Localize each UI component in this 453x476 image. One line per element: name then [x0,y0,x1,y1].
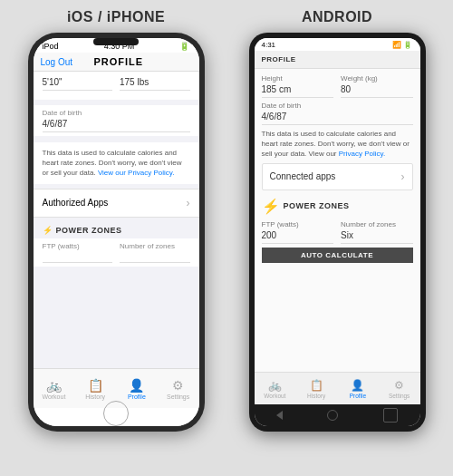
ios-ftp-group: FTP (watts) [43,242,113,263]
ios-profile-icon: 👤 [129,378,144,393]
android-content: Height 185 cm Weight (kg) 80 Date of bir… [255,69,420,372]
android-tab-settings[interactable]: ⚙ Settings [379,379,420,399]
android-workout-label: Workout [264,393,285,399]
android-status-icons: 📶 🔋 [392,41,412,49]
android-chevron-icon: › [401,170,405,183]
ios-hw-row: 5'10" 175 lbs [43,77,190,91]
ios-content: 5'10" 175 lbs Date of birth 4/6/87 [34,72,199,368]
android-connected-apps-item[interactable]: Connected apps › [262,163,413,190]
ios-dob-value: 4/6/87 [43,119,190,132]
ios-home-button[interactable] [103,401,129,426]
ios-privacy-link[interactable]: View our Privacy Policy. [98,169,175,177]
ios-tab-workout[interactable]: 🚲 Workout [34,378,75,400]
android-zones-label: Number of zones [341,220,413,228]
ios-chevron-icon: › [187,197,190,209]
android-tab-history[interactable]: 📋 History [295,379,337,399]
ios-ftp-value[interactable] [43,252,113,263]
android-privacy-section: This data is used to calculate calories … [262,129,413,160]
android-ftp-group: FTP (watts) 200 [262,220,334,244]
android-hw-row: Height 185 cm Weight (kg) 80 [262,74,413,98]
ios-tab-profile[interactable]: 👤 Profile [116,378,158,400]
android-weight-value: 80 [341,84,413,98]
android-weight-group: Weight (kg) 80 [341,74,413,98]
android-zones-group: Number of zones Six [341,220,413,244]
android-phone: 4:31 📶 🔋 PROFILE Height 185 cm [249,33,426,432]
ios-nav-title: PROFILE [93,56,143,67]
android-ftp-value[interactable]: 200 [262,230,334,244]
android-title: ANDROID [302,9,372,25]
ios-power-zones-header: ⚡ POWER ZONES [34,222,199,238]
android-autocalc-button[interactable]: AUTO CALCULATE [262,248,413,263]
android-dob-section: Date of birth 4/6/87 [262,102,413,125]
android-height-label: Height [262,74,334,83]
ios-tab-history[interactable]: 📋 History [74,378,116,400]
android-profile-icon: 👤 [351,379,364,392]
android-home-nav[interactable] [327,410,338,421]
android-history-label: History [307,393,325,399]
ios-settings-icon: ⚙ [172,378,184,393]
android-lightning-icon: ⚡ [262,198,280,215]
ios-authorized-apps-label: Authorized Apps [43,198,109,208]
android-dob-value: 4/6/87 [262,112,413,125]
ios-history-label: History [85,393,105,400]
ios-time: 4:30 PM [104,42,135,51]
ios-status-icons: 🔋 [179,42,189,51]
ios-settings-label: Settings [167,393,189,400]
android-zones-value[interactable]: Six [341,230,413,244]
ios-weight-value: 175 lbs [120,77,190,91]
android-power-zones-label: POWER ZONES [284,201,350,210]
page-container: iOS / iPHONE iPod 4:30 PM 🔋 Log Out PROF… [0,0,453,476]
ios-hw-section: 5'10" 175 lbs [34,72,199,100]
android-dob-label: Date of birth [262,102,413,110]
ios-ftp-label: FTP (watts) [43,242,113,250]
android-height-value: 185 cm [262,84,334,98]
android-time: 4:31 [262,41,276,49]
android-ftp-label: FTP (watts) [262,220,334,228]
android-tab-workout[interactable]: 🚲 Workout [255,379,296,399]
ios-privacy-section: This data is used to calculate calories … [34,142,199,184]
android-tab-profile[interactable]: 👤 Profile [337,379,379,399]
ios-status-bar: iPod 4:30 PM 🔋 [34,38,199,53]
android-profile-label: Profile [350,393,366,399]
android-workout-icon: 🚲 [268,379,282,392]
android-weight-label: Weight (kg) [341,74,413,83]
android-history-icon: 📋 [310,379,323,392]
android-back-nav[interactable] [276,411,283,420]
android-status-bar: 4:31 📶 🔋 [255,38,420,51]
android-height-group: Height 185 cm [262,74,334,98]
android-recents-nav[interactable] [383,408,398,423]
ios-back-button[interactable]: Log Out [41,57,73,67]
android-nav-bar [255,404,420,426]
android-app-bar: PROFILE [255,51,420,69]
ios-workout-label: Workout [42,393,65,400]
ios-section: iOS / iPHONE iPod 4:30 PM 🔋 Log Out PROF… [11,9,221,432]
android-settings-label: Settings [389,393,410,399]
ios-workout-icon: 🚲 [46,378,62,393]
android-privacy-link[interactable]: Privacy Policy. [339,150,385,158]
android-privacy-text: This data is used to calculate calories … [262,130,410,158]
ios-lightning-icon: ⚡ [43,226,53,235]
ios-zones-group: Number of zones [120,242,190,263]
android-settings-icon: ⚙ [394,379,404,392]
ios-authorized-apps-item[interactable]: Authorized Apps › [34,189,199,218]
ios-zones-label: Number of zones [120,242,190,250]
android-tab-bar: 🚲 Workout 📋 History 👤 Profile ⚙ Settings [255,372,420,404]
android-connected-apps-label: Connected apps [270,171,336,181]
ios-zones-value[interactable] [120,252,190,263]
ios-tab-settings[interactable]: ⚙ Settings [158,378,199,400]
ios-power-zones-label: POWER ZONES [56,226,122,235]
android-ftp-row: FTP (watts) 200 Number of zones Six [262,220,413,244]
ios-weight-group: 175 lbs [120,77,190,91]
android-section: ANDROID 4:31 📶 🔋 PROFILE Heigh [232,9,442,432]
ios-phone: iPod 4:30 PM 🔋 Log Out PROFILE [28,33,205,432]
ios-height-value: 5'10" [43,77,113,91]
android-screen: 4:31 📶 🔋 PROFILE Height 185 cm [255,38,420,426]
android-power-zones-header: ⚡ POWER ZONES [262,194,413,217]
ios-history-icon: 📋 [88,378,103,393]
ios-home-area [34,408,199,426]
android-app-title: PROFILE [262,55,296,63]
ios-ftp-row: FTP (watts) Number of zones [34,238,199,267]
ios-screen: iPod 4:30 PM 🔋 Log Out PROFILE [34,38,199,426]
ios-title: iOS / iPHONE [67,9,165,25]
ios-dob-label: Date of birth [43,109,190,117]
